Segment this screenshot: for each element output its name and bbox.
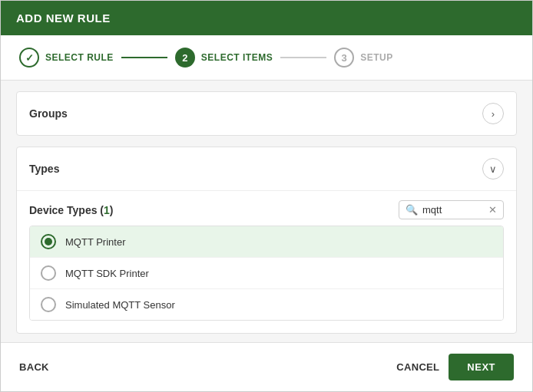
types-collapse-button[interactable]: ∨ bbox=[482, 158, 504, 180]
groups-section-header[interactable]: Groups › bbox=[17, 92, 516, 135]
groups-expand-button[interactable]: › bbox=[482, 103, 504, 124]
add-new-rule-dialog: ADD NEW RULE ✓ SELECT RULE 2 SELECT ITEM… bbox=[0, 0, 533, 392]
step-2-circle: 2 bbox=[175, 48, 195, 68]
clear-search-icon[interactable]: ✕ bbox=[488, 204, 497, 216]
device-types-count: 1 bbox=[104, 204, 110, 216]
step-1-label: SELECT RULE bbox=[45, 52, 114, 63]
footer-left: BACK bbox=[19, 361, 49, 373]
dialog-header: ADD NEW RULE bbox=[1, 1, 532, 35]
stepper: ✓ SELECT RULE 2 SELECT ITEMS 3 SETUP bbox=[1, 35, 532, 81]
cancel-button[interactable]: CANCEL bbox=[396, 361, 439, 373]
step-2-label: SELECT ITEMS bbox=[201, 52, 273, 63]
types-section-content: Device Types (1) 🔍 ✕ MQTT Printer bbox=[17, 190, 516, 333]
radio-simulated-mqtt bbox=[41, 297, 56, 312]
device-item-mqtt-printer[interactable]: MQTT Printer bbox=[30, 226, 503, 258]
radio-mqtt-printer bbox=[41, 234, 56, 249]
device-name-mqtt-sdk-printer: MQTT SDK Printer bbox=[65, 268, 149, 279]
types-section: Types ∨ Device Types (1) 🔍 ✕ bbox=[16, 147, 517, 334]
device-types-header: Device Types (1) 🔍 ✕ bbox=[29, 191, 504, 226]
device-types-label: Device Types (1) bbox=[29, 204, 113, 216]
types-section-header[interactable]: Types ∨ bbox=[17, 147, 516, 190]
groups-section: Groups › bbox=[16, 91, 517, 136]
device-type-list: MQTT Printer MQTT SDK Printer Simulated … bbox=[29, 226, 504, 321]
step-1-circle: ✓ bbox=[19, 48, 39, 68]
step-2: 2 SELECT ITEMS bbox=[175, 48, 273, 68]
step-3-circle: 3 bbox=[334, 48, 354, 68]
dialog-body: Groups › Types ∨ Device Types (1) 🔍 bbox=[1, 81, 532, 342]
radio-mqtt-sdk-printer bbox=[41, 265, 56, 281]
search-icon: 🔍 bbox=[406, 204, 418, 216]
connector-2-3 bbox=[280, 57, 326, 58]
device-name-simulated-mqtt: Simulated MQTT Sensor bbox=[65, 299, 175, 311]
groups-title: Groups bbox=[29, 107, 68, 120]
step-1: ✓ SELECT RULE bbox=[19, 48, 114, 68]
dialog-footer: BACK CANCEL NEXT bbox=[1, 342, 532, 391]
search-box: 🔍 ✕ bbox=[399, 200, 504, 219]
back-button[interactable]: BACK bbox=[19, 361, 49, 373]
next-button[interactable]: NEXT bbox=[449, 354, 514, 380]
footer-right: CANCEL NEXT bbox=[396, 354, 514, 380]
connector-1-2 bbox=[121, 57, 167, 58]
device-item-mqtt-sdk-printer[interactable]: MQTT SDK Printer bbox=[30, 258, 503, 289]
search-input[interactable] bbox=[422, 204, 484, 216]
device-name-mqtt-printer: MQTT Printer bbox=[65, 236, 126, 248]
step-3: 3 SETUP bbox=[334, 48, 393, 68]
step-3-label: SETUP bbox=[360, 52, 393, 63]
device-item-simulated-mqtt[interactable]: Simulated MQTT Sensor bbox=[30, 289, 503, 320]
types-title: Types bbox=[29, 163, 59, 175]
dialog-title: ADD NEW RULE bbox=[16, 12, 111, 25]
